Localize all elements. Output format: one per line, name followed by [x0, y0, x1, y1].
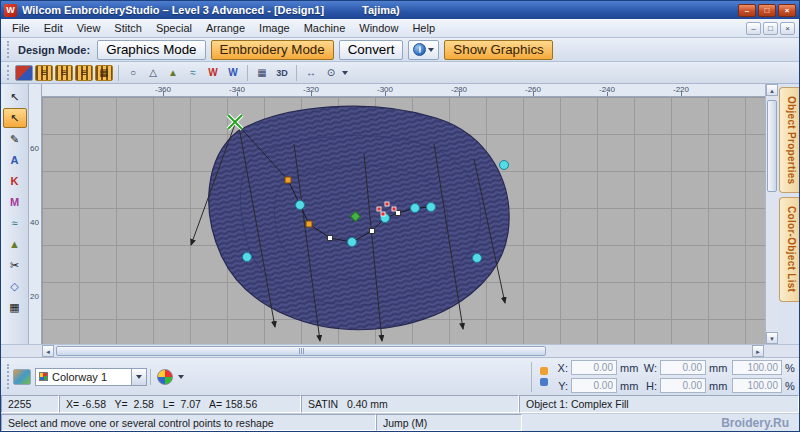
- shape-tool[interactable]: ◇: [3, 276, 27, 296]
- tab-object-properties[interactable]: Object Properties: [779, 87, 799, 193]
- menu-bar: File Edit View Stitch Special Arrange Im…: [1, 19, 799, 38]
- input-a-icon[interactable]: ≡: [35, 65, 53, 81]
- menu-stitch[interactable]: Stitch: [107, 20, 149, 36]
- scroll-right-icon[interactable]: ►: [752, 345, 764, 357]
- reshape-object-tool[interactable]: ↖: [3, 108, 27, 128]
- toolbar-grip[interactable]: [7, 65, 11, 80]
- measure-icon[interactable]: ↔: [302, 65, 320, 81]
- zoom-icon[interactable]: ⊙: [322, 65, 340, 81]
- h-unit: mm: [709, 380, 729, 392]
- monogram-tool[interactable]: K: [3, 171, 27, 191]
- percent-label: %: [785, 362, 795, 374]
- w-unit: mm: [709, 362, 729, 374]
- vertical-scrollbar[interactable]: ▲ ▼: [765, 84, 778, 344]
- toolbar-grip[interactable]: [7, 41, 11, 57]
- scale-y-input[interactable]: [732, 378, 782, 393]
- complex-fill-icon[interactable]: ▦: [95, 65, 113, 81]
- hoop-globe-dropdown[interactable]: [408, 40, 439, 60]
- menu-view[interactable]: View: [70, 20, 108, 36]
- menu-arrange[interactable]: Arrange: [199, 20, 252, 36]
- triangle-filled-icon[interactable]: ▲: [164, 65, 182, 81]
- motif-blue-icon[interactable]: W: [224, 65, 242, 81]
- chevron-down-icon[interactable]: [342, 71, 348, 75]
- menu-edit[interactable]: Edit: [37, 20, 70, 36]
- toolbar-separator: [296, 65, 297, 81]
- y-unit: mm: [620, 380, 640, 392]
- scroll-up-icon[interactable]: ▲: [766, 84, 778, 96]
- entry-point-marker[interactable]: [228, 115, 242, 129]
- design-mode-label: Design Mode:: [18, 44, 90, 56]
- pattern-select-icon[interactable]: [15, 65, 33, 81]
- run-stitch-tool[interactable]: ≈: [3, 213, 27, 233]
- tab-color-object-list[interactable]: Color-Object List: [779, 197, 799, 301]
- hint-bar: Select and move one or several control p…: [1, 413, 799, 431]
- grid-toggle-icon[interactable]: ▦: [253, 65, 271, 81]
- scissors-tool[interactable]: ✂: [3, 255, 27, 275]
- chevron-down-icon: [428, 48, 434, 52]
- menu-window[interactable]: Window: [352, 20, 405, 36]
- menu-special[interactable]: Special: [149, 20, 199, 36]
- select-object-tool[interactable]: ↖: [3, 87, 27, 107]
- menu-file[interactable]: File: [5, 20, 37, 36]
- toolbar-grip[interactable]: [7, 364, 11, 390]
- tool-palette: ↖ ↖ ✎ A K M ≈ ▲ ✂ ◇ ▦: [1, 84, 29, 344]
- doc-close-button[interactable]: ×: [780, 22, 795, 35]
- globe-icon: [413, 43, 426, 56]
- h-label: H:: [643, 380, 657, 392]
- thread-colors-icon[interactable]: [13, 369, 31, 385]
- colorway-editor-icon[interactable]: [157, 369, 173, 385]
- lettering-tool[interactable]: A: [3, 150, 27, 170]
- toolbar-separator: [150, 369, 151, 385]
- menu-image[interactable]: Image: [252, 20, 297, 36]
- wave-stitch-icon[interactable]: ≈: [184, 65, 202, 81]
- minimize-button[interactable]: –: [738, 4, 756, 17]
- reference-point-icon[interactable]: [538, 364, 550, 390]
- scroll-down-icon[interactable]: ▼: [766, 332, 778, 344]
- grid-tool[interactable]: ▦: [3, 297, 27, 317]
- maximize-button[interactable]: □: [758, 4, 776, 17]
- doc-restore-button[interactable]: □: [763, 22, 778, 35]
- circle-tool-icon[interactable]: ○: [124, 65, 142, 81]
- scale-x-input[interactable]: [732, 360, 782, 375]
- horizontal-scrollbar[interactable]: ◄ ►: [1, 344, 799, 357]
- pencil-tool[interactable]: ✎: [3, 129, 27, 149]
- y-input[interactable]: [571, 378, 617, 393]
- fill-tool[interactable]: ▲: [3, 234, 27, 254]
- triangle-outline-icon[interactable]: △: [144, 65, 162, 81]
- input-c-icon[interactable]: ≡: [75, 65, 93, 81]
- doc-minimize-button[interactable]: –: [746, 22, 761, 35]
- graphics-mode-button[interactable]: Graphics Mode: [97, 40, 205, 60]
- embroidery-design[interactable]: [42, 97, 765, 344]
- convert-button[interactable]: Convert: [339, 40, 404, 60]
- input-b-icon[interactable]: ≡: [55, 65, 73, 81]
- w-label: W:: [643, 362, 657, 374]
- close-button[interactable]: ×: [778, 4, 796, 17]
- menu-help[interactable]: Help: [405, 20, 442, 36]
- chevron-down-icon[interactable]: [131, 369, 146, 385]
- stitch-type-info: SATIN 0.40 mm: [301, 395, 519, 413]
- window-title-doc: Tajima): [362, 4, 400, 16]
- menu-machine[interactable]: Machine: [297, 20, 353, 36]
- embroidery-mode-button[interactable]: Embroidery Mode: [211, 40, 334, 60]
- stitch-count: 2255: [1, 395, 59, 413]
- properties-row: Colorway 1 X: mm W: mm: [1, 357, 799, 395]
- vruler-label: 60: [30, 144, 39, 153]
- threed-toggle[interactable]: 3D: [273, 65, 291, 81]
- colorway-select[interactable]: Colorway 1: [35, 368, 147, 386]
- y-label: Y:: [554, 380, 568, 392]
- chevron-down-icon[interactable]: [178, 375, 184, 379]
- status-bar: 2255 X= -6.58 Y= 2.58 L= 7.07 A= 158.56 …: [1, 395, 799, 413]
- show-graphics-button[interactable]: Show Graphics: [444, 40, 552, 60]
- app-window: W Wilcom EmbroideryStudio – Level 3 Adva…: [0, 0, 800, 432]
- x-input[interactable]: [571, 360, 617, 375]
- design-canvas[interactable]: -360 -340 -320 -300 -280 -260 -240 -220: [42, 84, 765, 344]
- motif-tool[interactable]: M: [3, 192, 27, 212]
- horizontal-scroll-thumb[interactable]: [56, 346, 546, 356]
- object-info: Object 1: Complex Fill: [519, 395, 799, 413]
- width-input[interactable]: [660, 360, 706, 375]
- vertical-scroll-thumb[interactable]: [767, 100, 777, 192]
- motif-red-icon[interactable]: W: [204, 65, 222, 81]
- height-input[interactable]: [660, 378, 706, 393]
- transform-panel: X: mm W: mm % Y: mm H:: [525, 360, 795, 393]
- scroll-left-icon[interactable]: ◄: [42, 345, 54, 357]
